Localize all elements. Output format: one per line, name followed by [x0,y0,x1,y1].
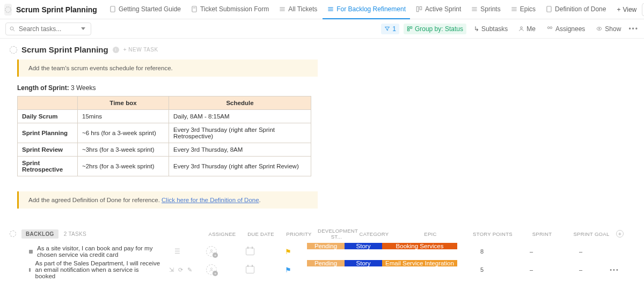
list-icon [471,5,478,13]
svg-rect-28 [410,27,412,28]
table-cell: Every 3rd Thursday, 8AM [169,143,311,157]
table-cell: Every 3rd Thursday (right after Sprint R… [169,123,311,143]
goal-cell[interactable]: – [556,260,605,279]
svg-point-36 [210,268,212,270]
more-menu[interactable]: ••• [628,25,639,33]
col-dev[interactable]: DEVELOPMENT ST... [318,228,355,240]
dev-status-badge[interactable]: Pending [307,260,345,266]
add-view-button[interactable]: +View [612,3,641,16]
th-schedule: Schedule [169,97,311,110]
callout-schedule: Add the team's scrum events schedule for… [17,60,318,77]
search-input-wrap[interactable] [5,23,91,35]
col-storypoints[interactable]: STORY POINTS [468,231,517,237]
col-category[interactable]: CATEGORY [355,231,393,237]
category-badge[interactable]: Story [345,260,382,266]
col-due[interactable]: DUE DATE [241,231,280,237]
tab-all-tickets[interactable]: All Tickets [274,0,321,19]
goal-cell[interactable]: – [556,243,605,260]
col-goal[interactable]: SPRINT GOAL [567,231,616,237]
col-assignee[interactable]: ASSIGNEE [203,231,241,237]
people-icon [546,26,553,32]
calendar-icon[interactable] [246,266,254,273]
status-square-icon[interactable] [29,250,33,254]
view-toolbar: 1 Group by: Status ↳Subtasks Me Assignee… [0,19,644,39]
sprint-cell[interactable]: – [507,260,556,279]
edit-icon[interactable]: ✎ [187,266,192,273]
story-points[interactable]: 5 [457,260,507,279]
tab-backlog-refinement[interactable]: For Backlog Refinement [323,0,410,19]
filter-pill[interactable]: 1 [381,24,399,34]
list-icon [327,5,334,13]
dev-status-badge[interactable]: Pending [307,243,345,249]
tab-dod[interactable]: Definition of Done [541,0,610,19]
pill-label: Show [605,25,621,33]
subtasks-pill[interactable]: ↳Subtasks [471,24,511,34]
person-icon [518,26,524,32]
new-task-link[interactable]: + NEW TASK [123,47,158,53]
svg-point-34 [599,28,600,29]
tab-epics[interactable]: Epics [506,0,540,19]
tab-sprints[interactable]: Sprints [466,0,504,19]
me-pill[interactable]: Me [515,24,539,34]
priority-flag-icon[interactable]: ⚑ [285,248,291,256]
story-points[interactable]: 8 [457,243,507,260]
assignee-placeholder[interactable] [206,246,217,257]
tab-ticket-form[interactable]: Ticket Submission Form [186,0,273,19]
epic-badge[interactable]: Email Service Integration [382,260,457,266]
info-icon[interactable]: i [113,47,119,53]
th-timebox: Time box [78,97,169,110]
tab-label: Sprints [480,5,500,13]
tab-active-sprint[interactable]: Active Sprint [411,0,465,19]
epic-badge[interactable]: Booking Services [382,243,457,249]
show-pill[interactable]: Show [592,24,624,34]
row-more-menu[interactable]: ••• [610,266,619,273]
automate-button[interactable]: Automate [642,3,644,16]
col-epic[interactable]: EPIC [393,231,468,237]
list-icon [279,5,286,13]
subtask-icon[interactable]: ⇲ [169,266,174,273]
table-row: Sprint Planning~6 hrs (for a 3-week spri… [18,123,311,143]
workspace-title: Scrum Sprint Planning [16,5,97,14]
calendar-icon[interactable] [246,248,254,255]
status-square-icon[interactable] [29,268,31,272]
search-input[interactable] [19,25,78,33]
assignee-placeholder[interactable] [206,264,217,275]
backlog-chip[interactable]: BACKLOG [21,229,58,239]
svg-rect-10 [416,6,419,11]
group-pill[interactable]: Group by: Status [404,24,466,34]
col-priority[interactable]: PRIORITY [280,231,318,237]
link-icon[interactable]: ⟳ [178,266,183,273]
tab-label: Getting Started Guide [119,5,181,13]
sprint-cell[interactable]: – [507,243,556,260]
status-circle-icon [10,46,17,54]
tab-label: For Backlog Refinement [336,5,406,13]
chevron-down-icon[interactable] [81,27,85,30]
svg-line-26 [13,29,15,31]
tab-label: Epics [520,5,536,13]
collapse-icon[interactable] [10,231,16,237]
priority-flag-icon[interactable]: ⚑ [285,266,291,274]
task-title[interactable]: As a site visitor, I can book and pay fo… [37,245,166,258]
task-title[interactable]: As part of the Sales Department, I will … [35,260,160,279]
workspace-icon[interactable] [4,4,12,16]
add-column-button[interactable]: + [616,230,624,238]
tab-getting-started[interactable]: Getting Started Guide [105,0,185,19]
group-icon [407,26,413,32]
task-count: 2 TASKS [64,231,86,237]
assignees-pill[interactable]: Assignees [543,24,588,34]
th-blank [18,97,78,110]
dod-link[interactable]: Click here for the Definition of Done [162,197,259,203]
category-badge[interactable]: Story [345,243,382,249]
callout-text: . [259,197,261,203]
col-sprint[interactable]: SPRINT [517,231,567,237]
new-task-row[interactable]: + New task [10,279,634,282]
backlog-row[interactable]: As a site visitor, I can book and pay fo… [10,243,634,260]
table-row: Daily Scrum15minsDaily, 8AM - 8:15AM [18,110,311,123]
backlog-section: BACKLOG 2 TASKS ASSIGNEE DUE DATE PRIORI… [10,228,634,282]
backlog-row[interactable]: As part of the Sales Department, I will … [10,260,634,279]
callout-dod: Add the agreed Definition of Done for re… [17,191,318,209]
pill-label: Subtasks [481,25,508,33]
table-cell: Sprint Review [18,143,78,157]
pill-label: Assignees [555,25,585,33]
plus-icon: + [617,6,620,13]
